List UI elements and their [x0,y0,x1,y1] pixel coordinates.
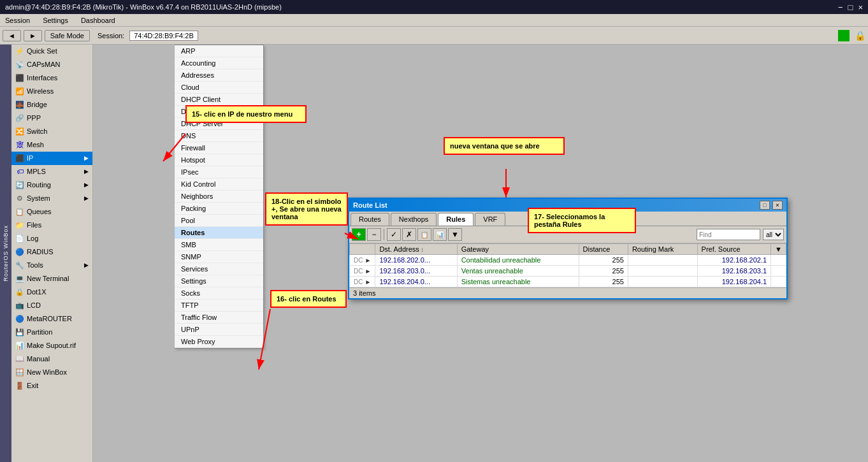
menu-session[interactable]: Session [3,16,33,25]
sidebar-item-tools[interactable]: 🔧 Tools ▶ [11,259,92,272]
col-routing-mark[interactable]: Routing Mark [628,244,697,255]
submenu-routes[interactable]: Routes [175,227,263,239]
sidebar-label-quick-set: Quick Set [27,47,57,55]
back-button[interactable]: ◄ [3,30,21,41]
forward-button[interactable]: ► [24,30,42,41]
sidebar-item-new-winbox[interactable]: 🪟 New WinBox [11,366,92,379]
sidebar-item-lcd[interactable]: 📺 LCD [11,299,92,312]
capsman-icon: 📡 [15,60,24,69]
submenu-cloud[interactable]: Cloud [175,82,263,94]
paste-button[interactable]: 📊 [433,228,447,241]
submenu-addresses[interactable]: Addresses [175,69,263,82]
maximize-button[interactable]: □ [848,3,853,12]
routing-mark-3 [628,277,697,287]
sidebar-item-dot1x[interactable]: 🔒 Dot1X [11,285,92,299]
ppp-icon: 🔗 [15,113,24,122]
sidebar: ⚡ Quick Set 📡 CAPsMAN ⬛ Interfaces 📶 Wir… [11,45,93,462]
sidebar-item-partition[interactable]: 💾 Partition [11,326,92,339]
copy-button[interactable]: 📋 [417,228,431,241]
sidebar-item-bridge[interactable]: 🌉 Bridge [11,98,92,112]
dst-address-2: 192.168.203.0... [375,266,457,277]
sidebar-label-ppp: PPP [27,114,41,122]
submenu-smb[interactable]: SMB [175,239,263,251]
col-gateway[interactable]: Gateway [457,244,579,255]
col-distance[interactable]: Distance [579,244,628,255]
sidebar-item-mesh[interactable]: 🕸 Mesh [11,138,92,152]
submenu-ipsec[interactable]: IPsec [175,166,263,178]
col-type[interactable] [350,244,375,255]
submenu-hotspot[interactable]: Hotspot [175,154,263,166]
add-button[interactable]: + [352,228,366,241]
sidebar-label-dot1x: Dot1X [27,288,47,296]
submenu-tftp[interactable]: TFTP [175,300,263,312]
submenu-kid-control[interactable]: Kid Control [175,178,263,191]
submenu-accounting[interactable]: Accounting [175,57,263,69]
sidebar-item-files[interactable]: 📁 Files [11,219,92,232]
enable-button[interactable]: ✓ [387,228,401,241]
submenu-socks[interactable]: Socks [175,287,263,300]
menu-settings[interactable]: Settings [40,16,71,25]
down-button[interactable]: ▼ [448,228,462,241]
sidebar-label-bridge: Bridge [27,101,47,108]
submenu-firewall[interactable]: Firewall [175,142,263,154]
radius-icon: 🔵 [15,247,24,256]
sidebar-item-make-supout[interactable]: 📊 Make Supout.rif [11,339,92,352]
submenu-dns[interactable]: DNS [175,130,263,142]
tools-icon: 🔧 [15,261,24,270]
table-row[interactable]: DC ► 192.168.202.0... Contabilidad unrea… [350,255,786,266]
annotation-1-text: 15- clic en IP de nuestro menu [192,110,293,118]
sidebar-item-ip[interactable]: ⬛ IP ▶ [11,152,92,165]
session-label: Session: [98,32,124,40]
submenu-settings[interactable]: Settings [175,275,263,287]
tab-routes[interactable]: Routes [351,213,389,226]
submenu-arp[interactable]: ARP [175,45,263,57]
submenu-snmp[interactable]: SNMP [175,251,263,263]
sidebar-item-capsman[interactable]: 📡 CAPsMAN [11,58,92,71]
table-row[interactable]: DC ► 192.168.204.0... Sistemas unreachab… [350,277,786,287]
window-close-button[interactable]: × [772,201,783,210]
sidebar-item-ppp[interactable]: 🔗 PPP [11,112,92,125]
submenu-traffic-flow[interactable]: Traffic Flow [175,312,263,324]
sidebar-item-metarouter[interactable]: 🔵 MetaROUTER [11,312,92,326]
sidebar-item-queues[interactable]: 📋 Queues [11,205,92,219]
queues-icon: 📋 [15,207,24,216]
close-button[interactable]: × [858,3,863,12]
bridge-icon: 🌉 [15,100,24,109]
sidebar-item-switch[interactable]: 🔀 Switch [11,125,92,138]
submenu-dhcp-client[interactable]: DHCP Client [175,94,263,106]
minimize-button[interactable]: − [838,3,843,12]
col-pref-source[interactable]: Pref. Source [697,244,771,255]
window-restore-button[interactable]: □ [760,201,770,210]
tab-rules[interactable]: Rules [438,213,474,226]
route-table-container[interactable]: Dst. Address Gateway Distance Routing Ma… [349,243,786,287]
safe-mode-button[interactable]: Safe Mode [45,30,90,41]
menu-dashboard[interactable]: Dashboard [78,16,118,25]
sidebar-item-new-terminal[interactable]: 💻 New Terminal [11,272,92,285]
col-expand[interactable]: ▼ [771,244,786,255]
submenu-packing[interactable]: Packing [175,203,263,215]
sidebar-item-exit[interactable]: 🚪 Exit [11,379,92,393]
sidebar-item-log[interactable]: 📄 Log [11,232,92,245]
sidebar-item-routing[interactable]: 🔄 Routing ▶ [11,178,92,192]
sidebar-item-interfaces[interactable]: ⬛ Interfaces [11,71,92,85]
sidebar-item-wireless[interactable]: 📶 Wireless [11,85,92,98]
tab-vrf[interactable]: VRF [475,213,505,226]
submenu-web-proxy[interactable]: Web Proxy [175,336,263,348]
sidebar-item-manual[interactable]: 📖 Manual [11,352,92,366]
sidebar-item-mpls[interactable]: 🏷 MPLS ▶ [11,165,92,178]
submenu-upnp[interactable]: UPnP [175,324,263,336]
submenu-services[interactable]: Services [175,263,263,275]
find-input[interactable] [697,229,760,240]
sidebar-item-system[interactable]: ⚙ System ▶ [11,192,92,205]
find-option[interactable]: all [763,229,784,240]
submenu-neighbors[interactable]: Neighbors [175,191,263,203]
disable-button[interactable]: ✗ [402,228,416,241]
remove-button[interactable]: − [367,228,381,241]
table-row[interactable]: DC ► 192.168.203.0... Ventas unreachable… [350,266,786,277]
sidebar-item-quick-set[interactable]: ⚡ Quick Set [11,45,92,58]
sidebar-item-radius[interactable]: 🔵 RADIUS [11,245,92,259]
submenu-pool[interactable]: Pool [175,215,263,227]
tab-nexthops[interactable]: Nexthops [391,213,437,226]
sidebar-label-ip: IP [27,154,33,162]
col-dst[interactable]: Dst. Address [375,244,457,255]
